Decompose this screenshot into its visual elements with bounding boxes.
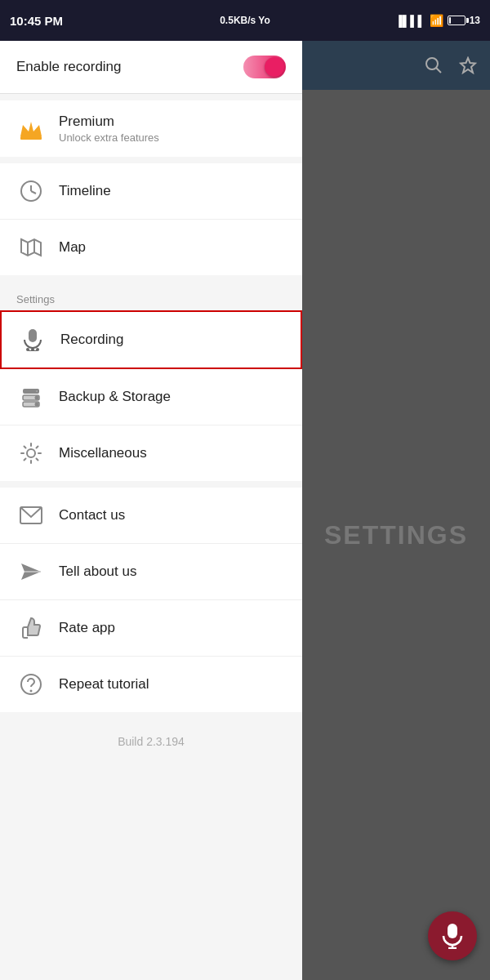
enable-recording-row[interactable]: Enable recording: [0, 41, 302, 94]
wifi-icon: 📶: [430, 14, 443, 27]
svg-point-20: [27, 449, 35, 457]
menu-item-map[interactable]: Map: [0, 220, 302, 275]
premium-title: Premium: [59, 114, 159, 130]
send-icon: [16, 557, 46, 586]
rate-label: Rate app: [59, 620, 115, 636]
status-icons: ▐▌▌▌ 📶 13: [395, 14, 480, 27]
main-layout: Enable recording Premium Unlock extra fe…: [0, 41, 490, 980]
search-icon[interactable]: [425, 56, 443, 74]
mic-icon: [18, 325, 47, 354]
help-icon: [16, 670, 46, 699]
premium-section: Premium Unlock extra features: [0, 100, 302, 157]
storage-icon: [16, 382, 46, 412]
battery-icon: [448, 16, 466, 25]
menu-item-backup[interactable]: Backup & Storage: [0, 369, 302, 425]
svg-point-17: [36, 390, 38, 393]
settings-section: Recording Backup & Storage: [0, 310, 302, 481]
premium-text-block: Premium Unlock extra features: [59, 114, 159, 144]
contact-label: Contact us: [59, 507, 125, 523]
tutorial-label: Repeat tutorial: [59, 676, 149, 693]
signal-icon: ▐▌▌▌: [395, 15, 425, 27]
timeline-label: Timeline: [59, 183, 111, 199]
status-bar: 10:45 PM 0.5KB/s Yo ▐▌▌▌ 📶 13: [0, 0, 490, 41]
menu-item-premium[interactable]: Premium Unlock extra features: [0, 100, 302, 157]
misc-label: Miscellaneous: [59, 445, 147, 461]
tell-label: Tell about us: [59, 564, 136, 580]
crown-icon: [16, 114, 46, 144]
svg-point-25: [30, 690, 33, 693]
menu-item-recording[interactable]: Recording: [0, 310, 302, 369]
settings-section-label: Settings: [0, 282, 302, 310]
menu-item-tell[interactable]: Tell about us: [0, 544, 302, 600]
right-panel-header: [302, 41, 490, 90]
toggle-knob: [265, 57, 284, 77]
drawer: Enable recording Premium Unlock extra fe…: [0, 41, 302, 980]
menu-item-rate[interactable]: Rate app: [0, 600, 302, 657]
menu-item-tutorial[interactable]: Repeat tutorial: [0, 657, 302, 712]
clock-icon: [16, 176, 46, 206]
network-info: 0.5KB/s Yo: [220, 15, 270, 26]
svg-point-11: [27, 349, 29, 350]
nav-section: Timeline Map: [0, 163, 302, 275]
backup-label: Backup & Storage: [59, 389, 171, 405]
menu-item-timeline[interactable]: Timeline: [0, 163, 302, 220]
svg-point-19: [36, 403, 38, 406]
svg-point-26: [426, 58, 438, 69]
network-speed: 0.5KB/s: [220, 15, 256, 26]
time-display: 10:45 PM: [10, 14, 63, 28]
gear-icon: [16, 439, 46, 468]
recording-toggle[interactable]: [243, 56, 286, 78]
battery-fill: [449, 17, 451, 24]
fab-mic-button[interactable]: [428, 911, 477, 960]
premium-subtitle: Unlock extra features: [59, 131, 159, 144]
enable-recording-label: Enable recording: [16, 59, 122, 75]
svg-marker-0: [20, 122, 42, 136]
svg-marker-5: [21, 239, 41, 256]
svg-point-18: [36, 397, 38, 399]
build-version: Build 2.3.194: [0, 719, 302, 764]
menu-item-misc[interactable]: Miscellaneous: [0, 425, 302, 481]
svg-rect-1: [20, 136, 42, 140]
map-icon: [16, 233, 46, 262]
svg-line-27: [436, 68, 441, 73]
settings-watermark: SETTINGS: [324, 520, 468, 550]
thumbup-icon: [16, 613, 46, 643]
mail-icon: [16, 501, 46, 530]
right-panel: SETTINGS: [302, 41, 490, 980]
svg-line-4: [31, 191, 36, 194]
fab-mic-icon: [441, 923, 464, 949]
svg-rect-8: [29, 329, 37, 342]
operator: Yo: [258, 15, 270, 26]
right-panel-content: SETTINGS: [302, 90, 490, 980]
recording-label: Recording: [60, 332, 124, 348]
star-icon[interactable]: [459, 56, 477, 74]
map-label: Map: [59, 239, 86, 256]
svg-point-13: [37, 349, 38, 350]
support-section: Contact us Tell about us: [0, 488, 302, 712]
svg-marker-28: [461, 58, 475, 73]
svg-point-12: [32, 349, 33, 350]
svg-rect-29: [448, 924, 457, 938]
menu-item-contact[interactable]: Contact us: [0, 488, 302, 544]
battery-percent: 13: [470, 15, 480, 26]
